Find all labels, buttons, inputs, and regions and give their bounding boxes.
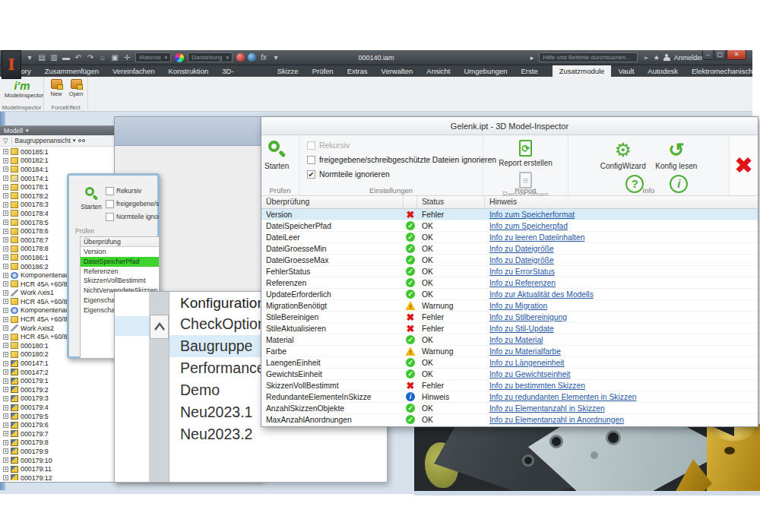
expand-plus-icon[interactable]: + (3, 255, 8, 260)
check-row-StileAktualisieren[interactable]: StileAktualisieren✖FehlerInfo zu Stil-Up… (261, 323, 758, 334)
ribbon-tab-extras[interactable]: Extras (340, 65, 375, 77)
check-row-StileBereinigen[interactable]: StileBereinigen✖FehlerInfo zu Stilberein… (261, 312, 758, 323)
ribbon-tab-vereinfachen[interactable]: Vereinfachen (106, 65, 161, 77)
check-row-DateiSpeicherPfad[interactable]: DateiSpeicherPfad✓OKInfo zum Speicherpfa… (261, 220, 758, 232)
col-ueberpruefung[interactable]: Überprüfung (261, 196, 404, 208)
expand-plus-icon[interactable]: + (3, 185, 8, 190)
modelinspector-launch-button[interactable]: i'm ModelInspector (5, 79, 40, 104)
check-row-AnzahlSkizzenObjekte[interactable]: AnzahlSkizzenObjekte✓OKInfo zu Elementan… (261, 403, 758, 414)
expand-plus-icon[interactable]: + (3, 475, 8, 480)
signin-button[interactable]: Anmelden (674, 54, 705, 62)
scroll-up-button[interactable] (150, 315, 169, 339)
open-icon[interactable]: ▥ (49, 53, 59, 62)
hint-link[interactable]: Info zu ErrorStatus (489, 268, 555, 276)
hint-link[interactable]: Info zu Referenzen (489, 279, 556, 287)
hint-link[interactable]: Info zu Längeneinheit (489, 359, 564, 367)
hint-link[interactable]: Info zum Speicherpfad (489, 222, 568, 230)
expand-plus-icon[interactable]: + (3, 467, 8, 472)
maximize-button[interactable]: ▢ (714, 50, 726, 60)
appearance-combo[interactable]: Darstellung▾ (188, 52, 233, 62)
expand-plus-icon[interactable]: + (3, 369, 8, 375)
expand-plus-icon[interactable]: + (3, 308, 8, 313)
expand-plus-icon[interactable]: + (3, 431, 8, 436)
expand-plus-icon[interactable]: + (3, 176, 8, 181)
forceeffect-open-button[interactable]: Open (67, 79, 85, 97)
hint-link[interactable]: Info zu Gewichtseinheit (489, 370, 570, 378)
report-open-button[interactable]: ≡ Report öffnen (502, 172, 548, 199)
qat-chevron-icon[interactable]: ▾ (271, 53, 280, 62)
expand-plus-icon[interactable]: + (3, 325, 8, 331)
expand-plus-icon[interactable]: + (3, 361, 8, 366)
hint-link[interactable]: Info zu Migration (489, 302, 547, 310)
report-create-button[interactable]: ⟳ Report erstellen (499, 140, 553, 167)
appearance-sphere-icon[interactable] (236, 53, 245, 62)
check-row-UpdateErforderlich[interactable]: UpdateErforderlich✓OKInfo zur Aktualität… (261, 289, 758, 300)
tree-item[interactable]: +000179:10 (0, 456, 128, 465)
col-icon[interactable] (404, 196, 417, 208)
col-hinweis[interactable]: Hinweis (485, 196, 758, 208)
filter-icon[interactable]: ▽ (3, 137, 8, 144)
forceeffect-new-button[interactable]: New (47, 79, 65, 97)
adjust-sphere-icon[interactable] (248, 53, 256, 62)
hint-link[interactable]: Info zu Stil-Update (489, 325, 554, 333)
hint-link[interactable]: Info zu Stilbereinigung (489, 313, 567, 321)
tree-item[interactable]: +000179:3 (0, 394, 128, 404)
hint-link[interactable]: Info zu leeren Dateiinhalten (489, 233, 584, 242)
expand-plus-icon[interactable]: + (3, 423, 8, 428)
tree-item[interactable]: +000179:9 (0, 447, 128, 456)
help-search-input[interactable]: Hilfe und Befehle durchsuchen.. (539, 52, 638, 62)
small-check-item[interactable]: Referenzen (81, 267, 159, 277)
ribbon-tab-zusammenf-gen[interactable]: Zusammenfügen (38, 65, 106, 77)
expand-plus-icon[interactable]: + (3, 264, 8, 269)
check-row-SkizzenVollBestimmt[interactable]: SkizzenVollBestimmt✖FehlerInfo zu bestim… (261, 380, 758, 391)
tree-item[interactable]: +000179:4 (0, 403, 128, 412)
browser-header[interactable]: Modell▾ (0, 126, 128, 135)
expand-plus-icon[interactable]: + (3, 211, 8, 216)
tree-item[interactable]: +000179:11 (0, 464, 128, 473)
save-icon[interactable]: ▬ (62, 53, 71, 62)
tree-item[interactable]: +000147:1 (0, 359, 128, 368)
ribbon-tab-elektromechanisch[interactable]: Elektromechanisch (685, 65, 759, 77)
expand-plus-icon[interactable]: + (3, 299, 8, 304)
undo-icon[interactable]: ↶ (74, 53, 83, 62)
home-icon[interactable]: ⌂ (98, 53, 107, 62)
hint-link[interactable]: Info zu bestimmten Skizzen (489, 382, 585, 390)
tree-item[interactable]: +000179:6 (0, 420, 128, 429)
hint-link[interactable]: Info zu redundanten Elementen in Skizzen (489, 393, 636, 401)
tree-item[interactable]: +000179:12 (0, 473, 128, 480)
expand-plus-icon[interactable]: + (3, 334, 8, 340)
new-file-icon[interactable]: ▤ (37, 53, 46, 62)
close-button[interactable]: ✕ (727, 50, 746, 60)
small-check-item[interactable]: Version (81, 247, 159, 257)
measure-icon[interactable]: ✛ (122, 53, 131, 62)
tree-item[interactable]: +000179:7 (0, 429, 128, 439)
check-row-Farbe[interactable]: Farbe!WarnungInfo zu Materialfarbe (261, 346, 758, 357)
expand-plus-icon[interactable]: + (3, 352, 8, 357)
check-row-MaxAnzahlAnordnungen[interactable]: MaxAnzahlAnordnungen✓OKInfo zu Elementan… (261, 414, 758, 426)
send-icon[interactable]: ➢ (643, 54, 649, 62)
ribbon-tab-skizze[interactable]: Skizze (271, 65, 306, 77)
expand-plus-icon[interactable]: + (3, 193, 8, 198)
capture-icon[interactable]: ▣ (110, 53, 119, 62)
hint-link[interactable]: Info zu Dateigröße (489, 256, 554, 264)
minimize-button[interactable]: – (702, 50, 714, 60)
search-prev-icon[interactable]: ▸ (530, 54, 534, 62)
expand-plus-icon[interactable]: + (3, 149, 8, 154)
hint-link[interactable]: Info zum Speicherformat (489, 211, 575, 219)
expand-plus-icon[interactable]: + (3, 246, 8, 252)
tree-item[interactable]: +000179:1 (0, 376, 128, 385)
ribbon-tab-vault[interactable]: Vault (611, 65, 641, 77)
parameters-fx-icon[interactable]: fx (259, 53, 268, 62)
check-row-DateiGroesseMax[interactable]: DateiGroesseMax✓OKInfo zu Dateigröße (261, 255, 758, 266)
expand-plus-icon[interactable]: + (3, 220, 8, 225)
check-row-MigrationBenötigt[interactable]: MigrationBenötigt!WarnungInfo zu Migrati… (261, 300, 758, 312)
small-start-button[interactable]: Starten (75, 186, 107, 211)
tree-item[interactable]: +000147:2 (0, 368, 128, 377)
expand-plus-icon[interactable]: + (3, 281, 8, 287)
check-row-DateiLeer[interactable]: DateiLeer✓OKInfo zu leeren Dateiinhalten (261, 232, 758, 243)
small-checkbox-freigegebene[interactable]: freigegebene/schreibgeschützte Dateien i… (106, 199, 159, 208)
check-row-Material[interactable]: Material✓OKInfo zu Material (261, 334, 758, 346)
expand-plus-icon[interactable]: + (3, 458, 8, 463)
hint-link[interactable]: Info zur Aktualität des Modells (489, 290, 594, 299)
small-checkbox-normteile[interactable]: Normteile ignorieren (106, 212, 159, 221)
